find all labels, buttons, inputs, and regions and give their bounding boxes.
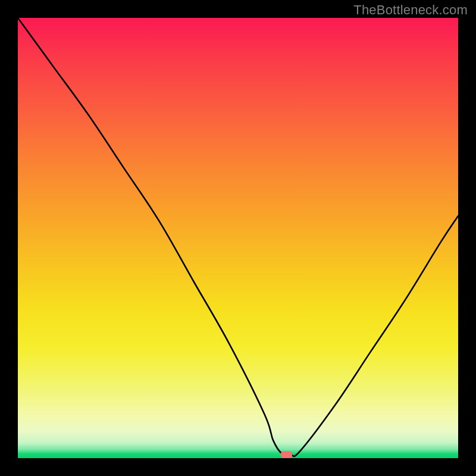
bottleneck-curve — [18, 18, 458, 456]
optimum-marker — [280, 451, 292, 458]
plot-area — [18, 18, 458, 458]
curve-overlay — [18, 18, 458, 458]
attribution-label: TheBottleneck.com — [353, 2, 468, 18]
chart-container: TheBottleneck.com — [0, 0, 476, 476]
